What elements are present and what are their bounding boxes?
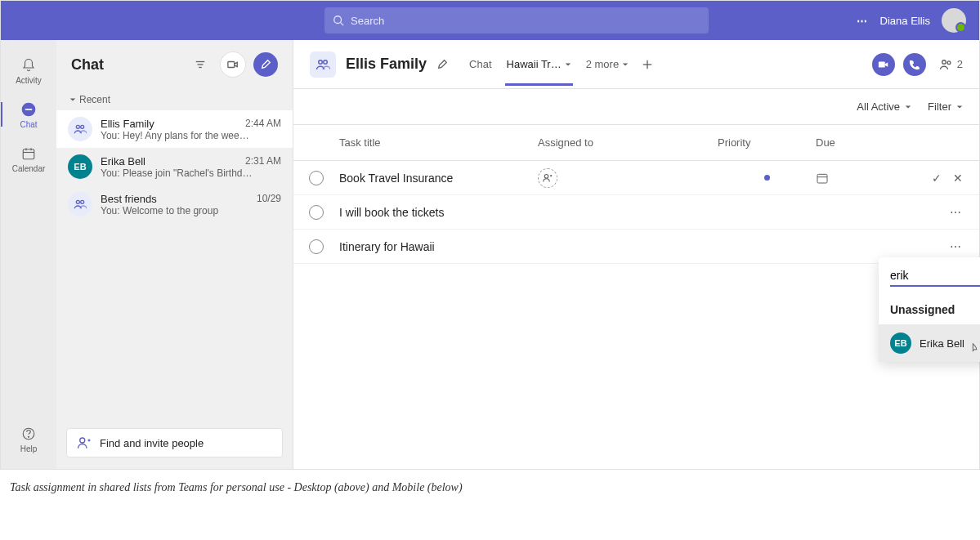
- all-active-dropdown[interactable]: All Active: [857, 100, 911, 113]
- svg-point-21: [319, 60, 323, 64]
- search-input[interactable]: [351, 15, 700, 27]
- rail-chat[interactable]: Chat: [1, 92, 56, 136]
- svg-point-9: [28, 436, 29, 437]
- rail-label: Activity: [16, 76, 42, 85]
- task-row[interactable]: Itinerary for Hawaii ⋯: [293, 230, 979, 264]
- due-date-button[interactable]: [816, 172, 897, 185]
- chevron-down-icon: [565, 61, 571, 68]
- svg-line-1: [341, 23, 344, 26]
- svg-rect-25: [879, 61, 885, 67]
- chat-sidebar: Chat Recent Ellis Family2:44 AM You: Hey…: [56, 40, 293, 469]
- new-chat-button[interactable]: [253, 52, 278, 77]
- more-icon[interactable]: ⋯: [857, 15, 869, 27]
- chevron-down-icon: [956, 104, 963, 110]
- col-task-title[interactable]: Task title: [339, 136, 538, 149]
- titlebar: ⋯ Diana Ellis: [1, 1, 979, 40]
- assign-option-erika-bell[interactable]: EB Erika Bell: [879, 324, 980, 362]
- chat-icon: [20, 101, 37, 118]
- person-avatar: EB: [890, 332, 911, 354]
- chat-header: Ellis Family Chat Hawaii Tr… 2 more 2: [293, 40, 979, 89]
- svg-point-22: [324, 60, 328, 64]
- find-invite-button[interactable]: Find and invite people: [66, 428, 283, 457]
- assign-button[interactable]: [538, 168, 557, 188]
- app-window: ⋯ Diana Ellis Activity Chat Calendar Hel…: [0, 0, 980, 470]
- svg-point-18: [80, 438, 85, 443]
- rail-calendar[interactable]: Calendar: [1, 136, 56, 181]
- chevron-down-icon: [622, 61, 629, 68]
- svg-point-28: [544, 174, 548, 178]
- tab-chat[interactable]: Chat: [468, 43, 493, 85]
- task-title[interactable]: I will book the tickets: [339, 206, 538, 219]
- complete-toggle[interactable]: [309, 205, 324, 220]
- rail-help[interactable]: Help: [1, 417, 56, 461]
- figure-caption: Task assignment in shared lists from Tea…: [0, 470, 980, 506]
- task-row[interactable]: I will book the tickets ⋯: [293, 195, 979, 230]
- video-call-button[interactable]: [221, 52, 245, 77]
- svg-point-16: [76, 200, 79, 203]
- complete-toggle[interactable]: [309, 239, 324, 254]
- rail-activity[interactable]: Activity: [1, 48, 56, 92]
- svg-point-14: [76, 125, 79, 128]
- svg-rect-31: [817, 174, 827, 183]
- svg-point-0: [334, 16, 342, 24]
- nav-rail: Activity Chat Calendar Help: [1, 40, 56, 469]
- svg-point-15: [81, 125, 84, 128]
- tasks-toolbar: All Active Filter: [293, 89, 979, 125]
- rail-label: Help: [20, 444, 38, 453]
- filter-dropdown[interactable]: Filter: [928, 100, 963, 113]
- search-icon: [333, 15, 344, 26]
- sidebar-title: Chat: [71, 56, 180, 74]
- participants-button[interactable]: 2: [939, 57, 963, 72]
- user-name-label: Diana Ellis: [880, 15, 930, 27]
- edit-icon[interactable]: [436, 59, 448, 70]
- col-priority[interactable]: Priority: [718, 136, 816, 149]
- task-title[interactable]: Itinerary for Hawaii: [339, 240, 538, 253]
- confirm-icon[interactable]: ✓: [932, 172, 942, 185]
- person-avatar: EB: [68, 154, 92, 179]
- close-icon[interactable]: ✕: [953, 172, 963, 185]
- chevron-down-icon: [905, 104, 911, 110]
- help-icon: [21, 426, 36, 441]
- recent-header[interactable]: Recent: [56, 89, 293, 110]
- chat-item-best-friends[interactable]: Best friends10/29 You: Welcome to the gr…: [56, 185, 293, 223]
- svg-point-27: [947, 60, 951, 64]
- assign-search-input[interactable]: [890, 266, 980, 287]
- rail-label: Chat: [20, 120, 37, 129]
- task-row[interactable]: Book Travel Insurance ✓✕: [293, 161, 979, 195]
- chevron-down-icon: [69, 96, 76, 103]
- bell-icon: [21, 58, 36, 73]
- task-title[interactable]: Book Travel Insurance: [339, 172, 538, 185]
- audio-call-button[interactable]: [903, 53, 926, 76]
- col-due[interactable]: Due: [816, 136, 897, 149]
- group-avatar-icon: [68, 192, 92, 216]
- svg-rect-13: [228, 62, 235, 68]
- svg-rect-4: [23, 149, 34, 158]
- filter-icon[interactable]: [188, 52, 213, 77]
- add-tab-icon[interactable]: [642, 59, 653, 70]
- video-call-button[interactable]: [872, 53, 895, 76]
- tab-hawaii[interactable]: Hawaii Tr…: [505, 43, 573, 85]
- svg-point-26: [942, 60, 946, 64]
- complete-toggle[interactable]: [309, 171, 324, 185]
- people-icon: [939, 57, 954, 72]
- user-avatar[interactable]: [942, 8, 966, 33]
- chat-item-erika-bell[interactable]: EB Erika Bell2:31 AM You: Please join "R…: [56, 148, 293, 185]
- global-search[interactable]: [324, 7, 709, 33]
- more-icon[interactable]: ⋯: [950, 206, 963, 219]
- priority-indicator[interactable]: [764, 175, 770, 181]
- chat-title: Ellis Family: [346, 56, 427, 73]
- calendar-icon: [21, 146, 36, 161]
- svg-rect-3: [25, 109, 32, 110]
- person-add-icon: [77, 435, 92, 450]
- cursor-icon: [969, 342, 980, 354]
- rail-label: Calendar: [12, 164, 46, 173]
- tasks-column-header: Task title Assigned to Priority Due: [293, 125, 979, 161]
- chat-item-ellis-family[interactable]: Ellis Family2:44 AM You: Hey! Any plans …: [56, 110, 293, 148]
- main-panel: Ellis Family Chat Hawaii Tr… 2 more 2: [293, 40, 979, 469]
- assign-dropdown: Unassigned EB Erika Bell: [879, 257, 980, 362]
- tab-more[interactable]: 2 more: [584, 43, 630, 85]
- unassigned-label[interactable]: Unassigned: [879, 295, 980, 324]
- more-icon[interactable]: ⋯: [950, 240, 963, 253]
- col-assigned[interactable]: Assigned to: [538, 136, 718, 149]
- svg-point-17: [81, 200, 84, 203]
